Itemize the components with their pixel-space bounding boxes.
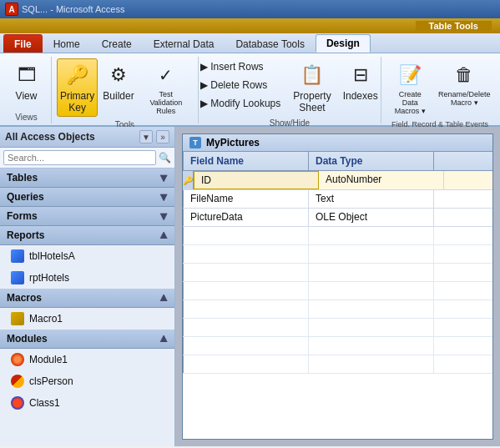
nav-section-reports[interactable]: Reports ⯅ (0, 226, 174, 245)
queries-chevron-icon: ⯆ (159, 193, 168, 202)
cell-datatype-3[interactable]: OLE Object (309, 209, 434, 226)
builder-label: Builder (103, 90, 134, 102)
empty-row[interactable] (183, 355, 492, 374)
primary-key-button[interactable]: 🔑 PrimaryKey (57, 58, 98, 117)
create-data-macros-button[interactable]: 📝 Create DataMacros ▾ (386, 58, 434, 118)
ribbon-group-tools: 🔑 PrimaryKey ⚙ Builder ✓ Test Validation… (52, 57, 199, 123)
cell-datatype-2[interactable]: Text (309, 190, 434, 208)
table-row[interactable]: FileName Text (183, 190, 492, 209)
create-data-macros-label: Create DataMacros ▾ (391, 90, 429, 115)
table-window: T MyPictures Field Name Data Type 🔑 I (182, 133, 493, 440)
nav-item-tblHotelsA-label: tblHotelsA (29, 250, 75, 262)
rename-delete-macro-button[interactable]: 🗑 Rename/DeleteMacro ▾ (436, 58, 493, 110)
views-group-label: Views (15, 111, 38, 122)
class1-icon (10, 395, 25, 410)
empty-row[interactable] (183, 227, 492, 245)
test-validation-button[interactable]: ✓ Test ValidationRules (139, 58, 193, 118)
nav-section-queries-label: Queries (7, 191, 44, 203)
empty-row[interactable] (183, 245, 492, 264)
nav-item-rptHotels[interactable]: rptHotels (0, 267, 174, 289)
cell-fieldname-1[interactable]: ID (194, 171, 319, 189)
nav-section-macros[interactable]: Macros ⯅ (0, 289, 174, 308)
tab-externaldata[interactable]: External Data (143, 34, 225, 53)
table-tools-banner: Table Tools (0, 18, 500, 33)
property-sheet-button[interactable]: 📋 PropertySheet (288, 58, 336, 117)
module1-icon (10, 352, 25, 367)
nav-item-clsperson-label: clsPerson (29, 375, 73, 387)
table-row[interactable]: 🔑 ID AutoNumber (183, 171, 492, 190)
nav-section-reports-label: Reports (7, 229, 44, 241)
nav-item-class1-label: Class1 (29, 397, 60, 409)
test-validation-icon: ✓ (153, 62, 179, 88)
insert-rows-button[interactable]: ▶ Insert Rows (196, 58, 285, 75)
tab-home[interactable]: Home (43, 34, 91, 53)
delete-rows-button[interactable]: ▶ Delete Rows (196, 77, 285, 93)
nav-item-tblHotelsA[interactable]: tblHotelsA (0, 245, 174, 267)
macro1-icon (10, 311, 25, 326)
modify-lookups-button[interactable]: ▶ Modify Lookups (196, 95, 285, 112)
nav-item-module1[interactable]: Module1 (0, 349, 174, 370)
tab-design[interactable]: Design (316, 34, 371, 53)
empty-row[interactable] (183, 319, 492, 337)
rptHotels-icon (10, 270, 25, 285)
cell-description-2[interactable] (434, 190, 500, 208)
cell-description-1[interactable] (444, 171, 500, 189)
view-icon: 🗔 (13, 62, 40, 88)
cell-fieldname-2[interactable]: FileName (184, 190, 309, 208)
nav-section-forms[interactable]: Forms ⯆ (0, 207, 174, 226)
nav-menu-icon[interactable]: » (156, 130, 169, 143)
cell-description-3[interactable] (434, 209, 500, 226)
nav-section-modules-label: Modules (7, 333, 48, 345)
insert-rows-icon: ▶ (200, 61, 208, 73)
indexes-icon: ⊟ (347, 62, 374, 88)
table-grid: Field Name Data Type 🔑 ID AutoNumber (183, 152, 492, 439)
nav-collapse-icon[interactable]: ▼ (139, 130, 153, 143)
delete-rows-label: Delete Rows (210, 79, 267, 91)
nav-item-class1[interactable]: Class1 (0, 392, 174, 414)
forms-chevron-icon: ⯆ (159, 212, 168, 221)
app-logo: A (5, 3, 18, 16)
tab-file[interactable]: File (3, 34, 43, 53)
cell-datatype-1[interactable]: AutoNumber (319, 171, 444, 189)
nav-item-clsperson[interactable]: clsPerson (0, 370, 174, 392)
clsperson-icon (10, 374, 25, 389)
ribbon-group-showhide: ▶ Insert Rows ▶ Delete Rows ▶ Modify Loo… (199, 57, 381, 123)
ribbon-group-events: 📝 Create DataMacros ▾ 🗑 Rename/DeleteMac… (381, 57, 498, 123)
empty-row[interactable] (183, 282, 492, 300)
tab-databasetools[interactable]: Database Tools (225, 34, 316, 53)
nav-section-tables[interactable]: Tables ⯆ (0, 169, 174, 188)
rename-delete-macro-label: Rename/DeleteMacro ▾ (438, 90, 491, 107)
table-header-row: Field Name Data Type (183, 152, 492, 171)
empty-row[interactable] (183, 264, 492, 282)
nav-title: All Access Objects (5, 131, 95, 143)
create-data-macros-icon: 📝 (396, 62, 423, 88)
views-buttons: 🗔 View (8, 58, 45, 111)
nav-item-macro1[interactable]: Macro1 (0, 308, 174, 330)
search-icon[interactable]: 🔍 (159, 152, 171, 164)
table-row[interactable]: PictureData OLE Object (183, 209, 492, 227)
view-button[interactable]: 🗔 View (8, 58, 45, 105)
nav-item-module1-label: Module1 (29, 354, 68, 365)
primary-key-label: PrimaryKey (60, 90, 94, 113)
builder-button[interactable]: ⚙ Builder (99, 58, 138, 105)
tab-create[interactable]: Create (91, 34, 143, 53)
macros-chevron-icon: ⯅ (159, 294, 168, 303)
nav-section-modules[interactable]: Modules ⯅ (0, 330, 174, 349)
search-bar: 🔍 (0, 148, 174, 169)
cell-fieldname-3[interactable]: PictureData (184, 209, 309, 226)
empty-row[interactable] (183, 337, 492, 355)
nav-section-queries[interactable]: Queries ⯆ (0, 188, 174, 207)
showhide-small-buttons: ▶ Insert Rows ▶ Delete Rows ▶ Modify Loo… (196, 58, 285, 112)
col-header-datatype: Data Type (309, 152, 434, 170)
tables-chevron-icon: ⯆ (159, 174, 168, 183)
search-input[interactable] (3, 150, 156, 165)
nav-header: All Access Objects ▼ » (0, 127, 174, 148)
modules-chevron-icon: ⯅ (159, 335, 168, 344)
indexes-button[interactable]: ⊟ Indexes (338, 58, 383, 105)
table-title: MyPictures (206, 137, 260, 148)
nav-item-rptHotels-label: rptHotels (29, 272, 69, 284)
nav-item-macro1-label: Macro1 (29, 313, 63, 325)
empty-row[interactable] (183, 300, 492, 319)
nav-section-forms-label: Forms (7, 210, 38, 222)
reports-chevron-icon: ⯅ (159, 231, 168, 240)
